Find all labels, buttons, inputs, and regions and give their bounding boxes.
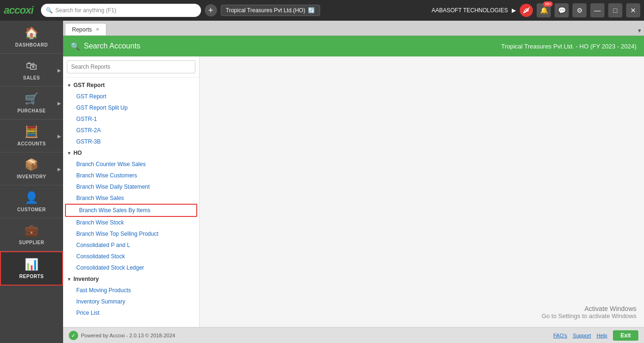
search-accounts-icon: 🔍 xyxy=(71,42,80,51)
activate-windows-line1: Activate Windows xyxy=(541,305,636,312)
minimize-button[interactable]: — xyxy=(590,3,604,17)
search-icon: 🔍 xyxy=(46,7,53,14)
accoxi-logo-icon: ✓ xyxy=(69,331,78,340)
ho-chevron-icon: ▼ xyxy=(67,151,72,156)
sidebar-label-customer: CUSTOMER xyxy=(17,207,46,212)
tree-group-ho[interactable]: ▼ HO xyxy=(63,147,199,159)
tree-item-inventory-summary[interactable]: Inventory Summary xyxy=(63,296,199,307)
add-button[interactable]: + xyxy=(205,4,217,16)
inventory-icon: 📦 xyxy=(24,158,39,171)
tree-item-gstr1[interactable]: GSTR-1 xyxy=(63,113,199,125)
supplier-icon: 💼 xyxy=(24,224,39,237)
search-accounts-label: Search Accounts xyxy=(84,42,140,50)
sidebar-label-accounts: ACCOUNTS xyxy=(17,141,46,146)
sidebar-item-inventory[interactable]: 📦 INVENTORY ▶ xyxy=(0,152,63,185)
customer-icon: 👤 xyxy=(24,191,39,204)
sidebar-item-dashboard[interactable]: 🏠 DASHBOARD xyxy=(0,21,63,54)
tree-item-branch-daily[interactable]: Branch Wise Daily Statement xyxy=(63,181,199,192)
powered-by-text: Powered by Accoxi - 2.0.13 © 2018-2024 xyxy=(81,333,175,338)
search-reports-box xyxy=(63,56,199,78)
activate-windows-text: Activate Windows Go to Settings to activ… xyxy=(541,305,636,319)
sales-icon: 🛍 xyxy=(26,59,37,72)
tab-reports[interactable]: Reports ✕ xyxy=(65,23,106,35)
notification-button[interactable]: 🔔 99+ xyxy=(537,3,551,17)
purchase-icon: 🛒 xyxy=(24,92,39,105)
main-area: 🏠 DASHBOARD 🛍 SALES ▶ 🛒 PURCHASE ▶ 🧮 ACC… xyxy=(0,21,644,343)
purchase-arrow-icon: ▶ xyxy=(57,100,61,105)
tree-container: ▼ GST Report GST Report GST Report Split… xyxy=(63,78,199,327)
company-selector[interactable]: Tropical Treasures Pvt Ltd.(HO) 🔄 xyxy=(221,5,321,16)
search-reports-input[interactable] xyxy=(67,60,195,73)
tree-item-branch-counter[interactable]: Branch Counter Wise Sales xyxy=(63,159,199,170)
tree-group-gst[interactable]: ▼ GST Report xyxy=(63,80,199,91)
tree-item-consolidated-stock-ledger[interactable]: Consolidated Stock Ledger xyxy=(63,262,199,273)
bottom-bar-right: FAQ's Support Help Exit xyxy=(553,330,638,341)
ho-group-label: HO xyxy=(73,150,82,156)
sidebar-label-reports: REPORTS xyxy=(19,274,44,279)
global-search[interactable]: 🔍 Search for anything (F1) xyxy=(41,4,201,17)
company-fy-info: Tropical Treasures Pvt Ltd. - HO (FY 202… xyxy=(501,43,636,50)
content-pane: Reports ✕ ▼ 🔍 Search Accounts Tropical T… xyxy=(63,21,644,343)
sidebar-item-supplier[interactable]: 💼 SUPPLIER xyxy=(0,218,63,251)
notification-badge: 99+ xyxy=(543,1,553,7)
tree-item-gstr2a[interactable]: GSTR-2A xyxy=(63,125,199,136)
sidebar-item-accounts[interactable]: 🧮 ACCOUNTS ▶ xyxy=(0,120,63,152)
tree-item-branch-top[interactable]: Branch Wise Top Selling Product xyxy=(63,228,199,239)
main-content-area: Activate Windows Go to Settings to activ… xyxy=(200,56,644,327)
support-link[interactable]: Support xyxy=(573,333,591,338)
settings-button[interactable]: ⚙ xyxy=(572,3,587,17)
sidebar-label-dashboard: DASHBOARD xyxy=(15,42,48,48)
search-accounts-area[interactable]: 🔍 Search Accounts xyxy=(71,42,140,51)
sidebar: 🏠 DASHBOARD 🛍 SALES ▶ 🛒 PURCHASE ▶ 🧮 ACC… xyxy=(0,21,63,343)
tree-item-branch-sales[interactable]: Branch Wise Sales xyxy=(63,192,199,204)
sidebar-label-supplier: SUPPLIER xyxy=(19,240,44,245)
bottom-bar: ✓ Powered by Accoxi - 2.0.13 © 2018-2024… xyxy=(63,327,644,343)
powered-logo: ✓ Powered by Accoxi - 2.0.13 © 2018-2024 xyxy=(69,331,175,340)
green-header: 🔍 Search Accounts Tropical Treasures Pvt… xyxy=(63,36,644,56)
tree-item-consolidated-pl[interactable]: Consolidated P and L xyxy=(63,239,199,251)
sidebar-label-inventory: INVENTORY xyxy=(17,174,46,179)
sidebar-label-sales: SALES xyxy=(23,75,40,80)
sidebar-item-reports[interactable]: 📊 REPORTS xyxy=(0,251,63,286)
tab-more-button[interactable]: ▼ xyxy=(637,28,642,35)
tab-close-icon[interactable]: ✕ xyxy=(96,27,99,32)
gst-group-label: GST Report xyxy=(73,82,105,88)
tree-item-consolidated-stock[interactable]: Consolidated Stock xyxy=(63,251,199,262)
avatar: 🌶 xyxy=(520,4,533,17)
exit-button[interactable]: Exit xyxy=(613,330,638,341)
tab-reports-label: Reports xyxy=(72,26,92,33)
help-link[interactable]: Help xyxy=(596,333,607,338)
close-button[interactable]: ✕ xyxy=(626,3,640,17)
reports-layout: ▼ GST Report GST Report GST Report Split… xyxy=(63,56,644,327)
search-placeholder: Search for anything (F1) xyxy=(56,7,116,14)
sidebar-item-sales[interactable]: 🛍 SALES ▶ xyxy=(0,54,63,87)
accounts-icon: 🧮 xyxy=(24,125,39,138)
faqs-link[interactable]: FAQ's xyxy=(553,333,567,338)
arrow-icon: ▶ xyxy=(512,7,516,14)
chat-button[interactable]: 💬 xyxy=(555,3,569,17)
gst-chevron-icon: ▼ xyxy=(67,83,72,88)
report-tree-panel: ▼ GST Report GST Report GST Report Split… xyxy=(63,56,200,327)
tree-item-branch-sales-items[interactable]: Branch Wise Sales By Items xyxy=(65,204,197,217)
inventory-chevron-icon: ▼ xyxy=(67,277,72,282)
refresh-icon: 🔄 xyxy=(308,7,315,14)
sidebar-item-customer[interactable]: 👤 CUSTOMER xyxy=(0,185,63,218)
app-logo: accoxi xyxy=(4,4,33,16)
tree-item-fast-moving[interactable]: Fast Moving Products xyxy=(63,285,199,296)
inventory-group-label: Inventory xyxy=(73,276,99,282)
topbar: accoxi 🔍 Search for anything (F1) + Trop… xyxy=(0,0,644,21)
tree-item-branch-stock[interactable]: Branch Wise Stock xyxy=(63,217,199,228)
tree-item-price-list[interactable]: Price List xyxy=(63,307,199,319)
dashboard-icon: 🏠 xyxy=(24,26,39,40)
topbar-right: AABASOFT TECHNOLOGIES ▶ 🌶 🔔 99+ 💬 ⚙ — □ … xyxy=(432,3,640,17)
maximize-button[interactable]: □ xyxy=(608,3,622,17)
tree-item-gst-report[interactable]: GST Report xyxy=(63,91,199,102)
sales-arrow-icon: ▶ xyxy=(57,67,61,72)
tree-group-inventory[interactable]: ▼ Inventory xyxy=(63,273,199,285)
inventory-arrow-icon: ▶ xyxy=(57,166,61,171)
sidebar-item-purchase[interactable]: 🛒 PURCHASE ▶ xyxy=(0,87,63,120)
tree-item-gst-split[interactable]: GST Report Split Up xyxy=(63,102,199,113)
accounts-arrow-icon: ▶ xyxy=(57,133,61,138)
tree-item-branch-customers[interactable]: Branch Wise Customers xyxy=(63,170,199,181)
tree-item-gstr3b[interactable]: GSTR-3B xyxy=(63,136,199,147)
